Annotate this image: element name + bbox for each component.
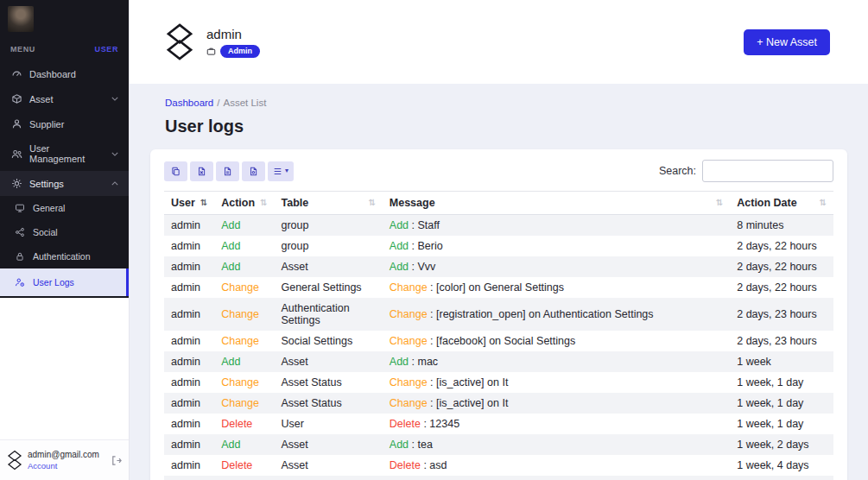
action-label: Add — [221, 439, 240, 451]
cell-user: admin — [164, 476, 214, 480]
column-header-table[interactable]: Table⇅ — [274, 192, 382, 215]
cell-message: Add : Berio — [383, 236, 730, 256]
content: Dashboard/Asset List User logs — [130, 84, 868, 480]
cell-table: Social Settings — [274, 331, 382, 351]
user-logs-card: ▾ Search: User⇅ Action⇅ — [150, 149, 847, 480]
sidebar-item-label: Dashboard — [29, 69, 76, 79]
action-label: Change — [221, 376, 259, 388]
cell-table: Asset Status — [274, 393, 382, 414]
cell-user: admin — [164, 393, 214, 414]
cell-action: Change — [214, 331, 274, 351]
action-label: Change — [390, 397, 428, 409]
action-label: Add — [221, 240, 240, 252]
table-row: adminAddAssetAdd : asd1 week, 4 days — [164, 476, 833, 480]
action-label: Add — [390, 219, 409, 231]
cell-user: admin — [164, 277, 214, 298]
current-user-block: admin Admin — [206, 27, 260, 58]
role-badge[interactable]: Admin — [220, 45, 260, 58]
action-label: Change — [221, 397, 259, 409]
main-area: admin Admin + New Asset Dashboard/Asset … — [130, 0, 868, 480]
action-label: Add — [390, 261, 409, 273]
share-nodes-icon — [14, 227, 26, 237]
column-visibility-button[interactable]: ▾ — [268, 161, 294, 181]
sidebar-item-label: User Management — [29, 143, 105, 164]
column-header-action-date[interactable]: Action Date⇅ — [730, 192, 833, 215]
sidebar-item-authentication[interactable]: Authentication — [0, 244, 129, 268]
sidebar-item-asset[interactable]: Asset — [0, 86, 129, 111]
sidebar-item-user-logs[interactable]: User Logs — [0, 268, 129, 296]
cell-action: Delete — [214, 455, 274, 476]
cell-user: admin — [164, 236, 214, 256]
sort-icon: ⇅ — [716, 199, 723, 207]
sidebar-item-dashboard[interactable]: Dashboard — [0, 61, 129, 86]
search-input[interactable] — [702, 160, 833, 182]
dashboard-icon — [10, 68, 22, 79]
pdf-export-button[interactable] — [242, 161, 265, 181]
user-section-label: USER — [95, 45, 118, 54]
current-username: admin — [206, 27, 260, 41]
cell-message: Add : tea — [383, 434, 730, 455]
excel-export-button[interactable] — [190, 161, 213, 181]
account-link[interactable]: Account — [28, 461, 99, 471]
column-header-action[interactable]: Action⇅ — [214, 192, 274, 215]
cell-table: Asset Status — [274, 372, 382, 393]
cell-action: Add — [214, 256, 274, 277]
cell-message: Add : Staff — [383, 215, 730, 237]
sidebar-item-label: Social — [33, 227, 58, 237]
sidebar-footer: admin@gmail.com Account — [0, 439, 129, 480]
new-asset-button[interactable]: + New Asset — [744, 29, 830, 55]
cell-user: admin — [164, 331, 214, 351]
column-header-message[interactable]: Message⇅ — [383, 192, 730, 215]
sidebar: MENU USER Dashboard Asset — [0, 0, 130, 480]
breadcrumb-dashboard-link[interactable]: Dashboard — [165, 98, 213, 108]
avatar[interactable] — [8, 6, 34, 32]
cell-action: Add — [214, 236, 274, 256]
sidebar-item-general[interactable]: General — [0, 196, 129, 220]
action-label: Add — [390, 356, 409, 368]
action-label: Add — [221, 261, 240, 273]
table-row: adminChangeAsset StatusChange : [is_acti… — [164, 372, 833, 393]
cell-action-date: 1 week — [730, 351, 833, 372]
topbar: admin Admin + New Asset — [130, 0, 868, 84]
cell-user: admin — [164, 215, 214, 237]
action-label: Change — [390, 308, 428, 320]
sidebar-item-supplier[interactable]: Supplier — [0, 111, 129, 136]
cell-user: admin — [164, 414, 214, 434]
brand-logo-icon — [165, 23, 194, 60]
cell-table: Asset — [274, 434, 382, 455]
cell-action: Change — [214, 298, 274, 331]
sort-icon: ⇅ — [260, 199, 267, 207]
cell-message: Change : [facebook] on Social Settings — [383, 331, 730, 351]
cell-action: Change — [214, 372, 274, 393]
action-label: Delete — [221, 418, 252, 430]
csv-export-button[interactable] — [216, 161, 239, 181]
gear-icon — [10, 178, 22, 189]
table-row: adminAddAssetAdd : Vvv2 days, 22 hours — [164, 256, 833, 277]
copy-button[interactable] — [164, 161, 187, 181]
action-label: Delete — [221, 459, 252, 471]
cell-message: Change : [is_active] on It — [383, 393, 730, 414]
cell-table: Asset — [274, 351, 382, 372]
table-row: adminAddAssetAdd : mac1 week — [164, 351, 833, 372]
cell-action: Add — [214, 476, 274, 480]
table-row: adminDeleteAssetDelete : asd1 week, 4 da… — [164, 455, 833, 476]
asset-icon — [10, 93, 22, 104]
sidebar-item-settings[interactable]: Settings — [0, 171, 129, 196]
action-label: Change — [221, 335, 259, 347]
column-header-user[interactable]: User⇅ — [164, 192, 214, 215]
action-label: Change — [390, 281, 428, 294]
sidebar-item-social[interactable]: Social — [0, 220, 129, 244]
cell-user: admin — [164, 351, 214, 372]
logout-icon[interactable] — [111, 455, 122, 466]
cell-table: Asset — [274, 455, 382, 476]
cell-table: group — [274, 236, 382, 256]
action-label: Change — [390, 335, 428, 347]
export-button-group: ▾ — [164, 161, 294, 181]
chevron-down-icon — [111, 152, 118, 156]
cell-action-date: 1 week, 1 day — [730, 393, 833, 414]
cell-message: Add : asd — [383, 476, 730, 480]
sidebar-menu: MENU USER Dashboard Asset — [0, 0, 129, 298]
cell-action-date: 2 days, 22 hours — [730, 277, 833, 298]
cell-action-date: 1 week, 4 days — [730, 455, 833, 476]
sidebar-item-user-management[interactable]: User Management — [0, 136, 129, 171]
